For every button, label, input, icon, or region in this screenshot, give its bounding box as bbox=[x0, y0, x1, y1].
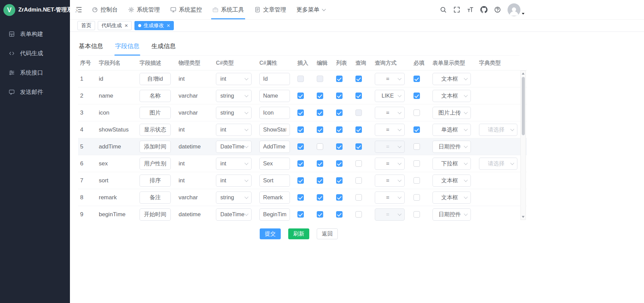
csharp-property-input[interactable] bbox=[259, 90, 290, 102]
list-checkbox[interactable] bbox=[336, 109, 343, 116]
edit-checkbox[interactable] bbox=[317, 194, 323, 201]
scrollbar-thumb[interactable] bbox=[522, 77, 525, 135]
content-tab[interactable]: 生成信息 bbox=[151, 42, 177, 55]
list-checkbox[interactable] bbox=[336, 143, 343, 150]
list-checkbox[interactable] bbox=[336, 177, 343, 184]
required-checkbox[interactable] bbox=[413, 143, 420, 150]
github-icon[interactable] bbox=[480, 6, 487, 13]
query-checkbox[interactable] bbox=[355, 194, 362, 201]
insert-checkbox[interactable] bbox=[297, 126, 304, 133]
query-method-select[interactable]: = bbox=[375, 191, 405, 204]
required-checkbox[interactable] bbox=[413, 126, 420, 133]
dict-type-select[interactable]: 请选择 bbox=[479, 124, 517, 136]
display-type-select[interactable]: 日期控件 bbox=[433, 208, 471, 221]
user-avatar[interactable] bbox=[508, 3, 525, 16]
insert-checkbox[interactable] bbox=[297, 194, 304, 201]
edit-checkbox[interactable] bbox=[317, 160, 323, 167]
insert-checkbox[interactable] bbox=[297, 109, 304, 116]
description-input[interactable] bbox=[140, 124, 171, 136]
csharp-property-input[interactable] bbox=[259, 73, 290, 85]
close-icon[interactable]: × bbox=[167, 23, 170, 28]
close-icon[interactable]: × bbox=[125, 23, 128, 28]
display-type-select[interactable]: 下拉框 bbox=[433, 158, 471, 170]
content-tab[interactable]: 字段信息 bbox=[114, 42, 140, 55]
csharp-property-input[interactable] bbox=[259, 124, 290, 136]
display-type-select[interactable]: 文本框 bbox=[433, 191, 471, 204]
csharp-property-input[interactable] bbox=[259, 175, 290, 187]
csharp-property-input[interactable] bbox=[259, 107, 290, 119]
csharp-type-select[interactable]: int bbox=[216, 158, 252, 170]
description-input[interactable] bbox=[140, 107, 171, 119]
search-icon[interactable] bbox=[440, 6, 447, 13]
query-method-select[interactable]: = bbox=[375, 107, 405, 119]
sidebar-item[interactable]: 表单构建 bbox=[0, 24, 70, 44]
edit-checkbox[interactable] bbox=[317, 211, 323, 218]
query-checkbox[interactable] bbox=[355, 211, 362, 218]
query-method-select[interactable]: = bbox=[375, 175, 405, 187]
insert-checkbox[interactable] bbox=[297, 93, 304, 99]
csharp-type-select[interactable]: int bbox=[216, 124, 252, 136]
csharp-type-select[interactable]: DateTime bbox=[216, 208, 252, 221]
csharp-type-select[interactable]: string bbox=[216, 191, 252, 204]
sidebar-item[interactable]: 发送邮件 bbox=[0, 82, 70, 102]
sidebar-item[interactable]: 系统接口 bbox=[0, 63, 70, 82]
display-type-select[interactable]: 单选框 bbox=[433, 124, 471, 136]
description-input[interactable] bbox=[140, 158, 171, 170]
list-checkbox[interactable] bbox=[336, 93, 343, 99]
description-input[interactable] bbox=[140, 141, 171, 153]
csharp-type-select[interactable]: string bbox=[216, 107, 252, 119]
insert-checkbox[interactable] bbox=[297, 177, 304, 184]
query-checkbox[interactable] bbox=[355, 143, 362, 150]
required-checkbox[interactable] bbox=[413, 160, 420, 167]
top-menu-item[interactable]: 控制台 bbox=[87, 0, 123, 19]
description-input[interactable] bbox=[140, 191, 171, 204]
top-menu-item[interactable]: 系统管理 bbox=[123, 0, 165, 19]
insert-checkbox[interactable] bbox=[297, 211, 304, 218]
query-checkbox[interactable] bbox=[355, 126, 362, 133]
required-checkbox[interactable] bbox=[413, 109, 420, 116]
dict-type-select[interactable]: 请选择 bbox=[479, 158, 517, 170]
list-checkbox[interactable] bbox=[336, 211, 343, 218]
query-checkbox[interactable] bbox=[355, 76, 362, 82]
list-checkbox[interactable] bbox=[336, 194, 343, 201]
required-checkbox[interactable] bbox=[413, 211, 420, 218]
query-method-select[interactable]: = bbox=[375, 158, 405, 170]
display-type-select[interactable]: 文本框 bbox=[433, 90, 471, 102]
tag-view-item[interactable]: 代码生成× bbox=[98, 21, 132, 30]
description-input[interactable] bbox=[140, 208, 171, 221]
display-type-select[interactable]: 图片上传 bbox=[433, 107, 471, 119]
tag-view-item[interactable]: 首页 bbox=[77, 21, 95, 30]
insert-checkbox[interactable] bbox=[297, 160, 304, 167]
query-method-select[interactable]: = bbox=[375, 124, 405, 136]
csharp-type-select[interactable]: int bbox=[216, 73, 252, 85]
refresh-button[interactable]: 刷新 bbox=[288, 228, 309, 239]
csharp-property-input[interactable] bbox=[259, 191, 290, 204]
description-input[interactable] bbox=[140, 73, 171, 85]
description-input[interactable] bbox=[140, 90, 171, 102]
list-checkbox[interactable] bbox=[336, 126, 343, 133]
query-method-select[interactable]: LIKE bbox=[375, 90, 405, 102]
fullscreen-icon[interactable] bbox=[453, 6, 460, 13]
top-menu-item[interactable]: 文章管理 bbox=[249, 0, 291, 19]
list-checkbox[interactable] bbox=[336, 160, 343, 167]
query-checkbox[interactable] bbox=[355, 177, 362, 184]
display-type-select[interactable]: 日期控件 bbox=[433, 141, 471, 153]
content-tab[interactable]: 基本信息 bbox=[78, 42, 104, 55]
required-checkbox[interactable] bbox=[413, 93, 420, 99]
question-icon[interactable] bbox=[494, 6, 501, 13]
csharp-type-select[interactable]: DateTime bbox=[216, 141, 252, 153]
display-type-select[interactable]: 文本框 bbox=[433, 175, 471, 187]
insert-checkbox[interactable] bbox=[297, 143, 304, 150]
top-menu-item[interactable]: 系统工具 bbox=[207, 0, 249, 19]
query-method-select[interactable]: = bbox=[375, 73, 405, 85]
csharp-property-input[interactable] bbox=[259, 208, 290, 221]
scroll-up-arrow-icon[interactable] bbox=[522, 73, 525, 75]
font-size-icon[interactable] bbox=[467, 6, 474, 13]
table-scrollbar[interactable] bbox=[520, 70, 526, 220]
scroll-down-arrow-icon[interactable] bbox=[522, 216, 525, 218]
csharp-property-input[interactable] bbox=[259, 158, 290, 170]
edit-checkbox[interactable] bbox=[317, 93, 323, 99]
csharp-type-select[interactable]: string bbox=[216, 90, 252, 102]
submit-button[interactable]: 提交 bbox=[260, 228, 281, 239]
query-checkbox[interactable] bbox=[355, 93, 362, 99]
